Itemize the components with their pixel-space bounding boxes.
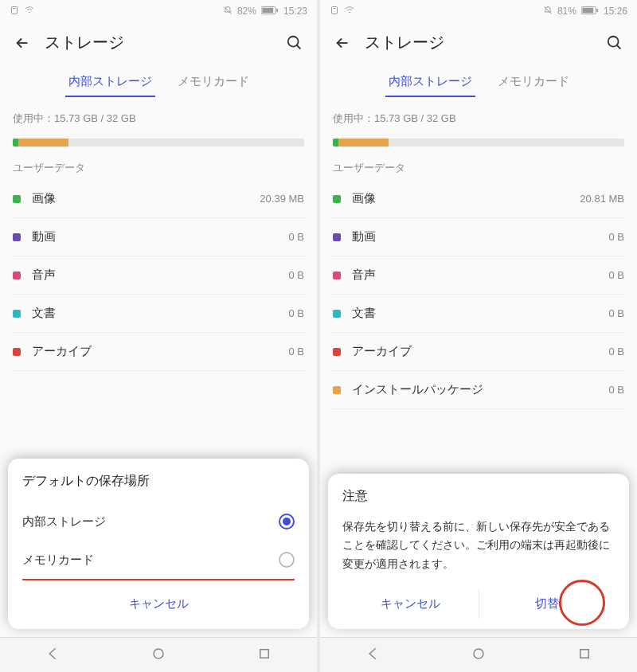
row-images[interactable]: 画像 20.81 MB bbox=[333, 180, 624, 218]
dialog-attention: 注意 保存先を切り替える前に、新しい保存先が安全であることを確認してください。ご… bbox=[320, 474, 637, 637]
status-bar: 82% 15:23 bbox=[0, 0, 317, 22]
wifi-icon bbox=[24, 6, 35, 18]
swatch-docs bbox=[13, 310, 21, 318]
back-icon[interactable] bbox=[333, 33, 352, 53]
tab-internal[interactable]: 内部ストレージ bbox=[385, 69, 475, 97]
tab-memory[interactable]: メモリカード bbox=[494, 69, 573, 97]
svg-line-17 bbox=[617, 45, 621, 49]
nav-back-icon[interactable] bbox=[45, 647, 60, 664]
row-archive[interactable]: アーカイブ 0 B bbox=[333, 333, 624, 371]
svg-point-16 bbox=[608, 36, 619, 46]
nav-bar bbox=[0, 637, 317, 672]
data-list: 画像 20.81 MB 動画 0 B 音声 0 B 文書 0 B アーカイブ 0… bbox=[320, 180, 637, 409]
row-audio[interactable]: 音声 0 B bbox=[13, 256, 304, 295]
tab-internal[interactable]: 内部ストレージ bbox=[65, 69, 155, 97]
mute-icon bbox=[543, 6, 553, 18]
nav-back-icon[interactable] bbox=[365, 647, 380, 664]
modal-title: デフォルトの保存場所 bbox=[22, 473, 295, 490]
swatch-docs bbox=[333, 310, 341, 318]
svg-rect-19 bbox=[580, 649, 588, 658]
row-audio[interactable]: 音声 0 B bbox=[333, 256, 624, 295]
back-icon[interactable] bbox=[13, 33, 32, 53]
swatch-video bbox=[333, 233, 341, 241]
row-archive[interactable]: アーカイブ 0 B bbox=[13, 333, 304, 371]
battery-icon bbox=[581, 6, 599, 18]
nav-bar bbox=[320, 637, 637, 672]
battery-percent: 81% bbox=[557, 6, 576, 17]
sim-icon bbox=[10, 6, 19, 18]
section-user-data: ユーザーデータ bbox=[320, 147, 637, 180]
clock-time: 15:23 bbox=[283, 6, 307, 17]
swatch-archive bbox=[333, 348, 341, 356]
usage-text: 使用中：15.73 GB / 32 GB bbox=[0, 97, 317, 132]
usage-bar bbox=[13, 139, 304, 147]
confirm-button[interactable]: 切替 bbox=[479, 588, 616, 619]
battery-percent: 82% bbox=[237, 6, 256, 17]
row-install[interactable]: インストールパッケージ 0 B bbox=[333, 371, 624, 409]
svg-point-6 bbox=[288, 36, 299, 46]
radio-checked-icon bbox=[279, 514, 295, 529]
swatch-audio bbox=[13, 272, 21, 279]
svg-rect-15 bbox=[596, 9, 598, 12]
radio-unchecked-icon bbox=[279, 552, 295, 568]
tabs: 内部ストレージ メモリカード bbox=[320, 63, 637, 97]
row-video[interactable]: 動画 0 B bbox=[13, 218, 304, 256]
top-bar: ストレージ bbox=[0, 22, 317, 63]
section-user-data: ユーザーデータ bbox=[0, 147, 317, 180]
cancel-button[interactable]: キャンセル bbox=[342, 588, 479, 619]
sim-icon bbox=[330, 6, 339, 18]
screenshot-right: 81% 15:26 ストレージ 内部ストレージ メモリカード 使用中：15.73… bbox=[320, 0, 637, 672]
dialog-title: 注意 bbox=[342, 488, 615, 505]
row-images[interactable]: 画像 20.39 MB bbox=[13, 180, 304, 218]
swatch-audio bbox=[333, 272, 341, 279]
tabs: 内部ストレージ メモリカード bbox=[0, 63, 317, 97]
page-title: ストレージ bbox=[365, 32, 592, 53]
status-bar: 81% 15:26 bbox=[320, 0, 637, 22]
top-bar: ストレージ bbox=[320, 22, 637, 63]
usage-text: 使用中：15.73 GB / 32 GB bbox=[320, 97, 637, 132]
svg-rect-10 bbox=[332, 6, 338, 14]
nav-home-icon[interactable] bbox=[151, 647, 166, 664]
option-internal[interactable]: 内部ストレージ bbox=[22, 502, 295, 541]
nav-home-icon[interactable] bbox=[471, 647, 486, 664]
svg-rect-5 bbox=[276, 9, 278, 12]
svg-rect-9 bbox=[260, 649, 268, 658]
svg-line-7 bbox=[297, 45, 301, 49]
option-memory-card[interactable]: メモリカード bbox=[22, 541, 295, 580]
page-title: ストレージ bbox=[45, 32, 272, 53]
search-icon[interactable] bbox=[285, 33, 304, 53]
cancel-button[interactable]: キャンセル bbox=[22, 588, 295, 619]
swatch-archive bbox=[13, 348, 21, 356]
svg-rect-14 bbox=[582, 7, 593, 12]
svg-point-18 bbox=[474, 649, 483, 658]
wifi-icon bbox=[344, 6, 355, 18]
nav-recent-icon[interactable] bbox=[257, 647, 272, 664]
clock-time: 15:26 bbox=[604, 6, 627, 17]
row-docs[interactable]: 文書 0 B bbox=[333, 295, 624, 333]
battery-icon bbox=[261, 6, 279, 18]
row-video[interactable]: 動画 0 B bbox=[333, 218, 624, 256]
swatch-install bbox=[333, 386, 341, 394]
screenshot-left: 82% 15:23 ストレージ 内部ストレージ メモリカード 使用中：15.73… bbox=[0, 0, 317, 672]
svg-point-1 bbox=[29, 12, 30, 13]
swatch-images bbox=[13, 195, 21, 203]
usage-bar bbox=[333, 139, 624, 147]
dialog-body: 保存先を切り替える前に、新しい保存先が安全であることを確認してください。ご利用の… bbox=[342, 518, 615, 574]
row-docs[interactable]: 文書 0 B bbox=[13, 295, 304, 333]
swatch-images bbox=[333, 195, 341, 203]
data-list: 画像 20.39 MB 動画 0 B 音声 0 B 文書 0 B アーカイブ 0… bbox=[0, 180, 317, 371]
mute-icon bbox=[223, 6, 233, 18]
svg-point-8 bbox=[154, 649, 163, 658]
modal-default-location: デフォルトの保存場所 内部ストレージ メモリカード キャンセル bbox=[0, 459, 317, 637]
swatch-video bbox=[13, 233, 21, 241]
search-icon[interactable] bbox=[605, 33, 624, 53]
svg-rect-4 bbox=[262, 7, 273, 12]
tab-memory[interactable]: メモリカード bbox=[174, 69, 252, 97]
svg-point-11 bbox=[350, 12, 350, 13]
nav-recent-icon[interactable] bbox=[577, 647, 592, 664]
svg-rect-0 bbox=[12, 6, 18, 14]
